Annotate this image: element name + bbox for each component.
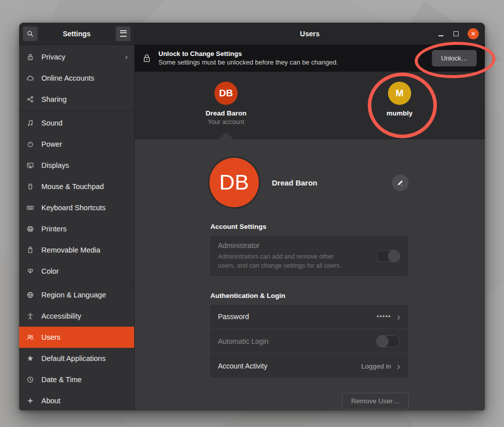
- selected-user-caret: [218, 132, 234, 139]
- users-icon: [26, 333, 34, 342]
- sidebar-separator: [19, 111, 134, 111]
- settings-window: Settings Privacy›Online AccountsSharingS…: [19, 23, 485, 410]
- sidebar-item-sound[interactable]: Sound: [19, 112, 134, 134]
- sidebar-item-label: Printers: [41, 225, 67, 233]
- keyboard-icon: [26, 204, 34, 212]
- app-title: Settings: [41, 30, 113, 38]
- sidebar-item-keyboard-shortcuts[interactable]: Keyboard Shortcuts: [19, 197, 134, 218]
- sidebar-item-label: Users: [41, 333, 61, 341]
- avatar-initials: DB: [219, 170, 249, 195]
- display-icon: [26, 161, 34, 170]
- row-title: Automatic Login: [218, 337, 376, 345]
- minimize-button[interactable]: [437, 30, 444, 37]
- sidebar-item-label: Online Accounts: [41, 74, 94, 82]
- profile-name: Dread Baron: [272, 178, 317, 187]
- row-description: Administrators can add and remove other …: [218, 253, 348, 270]
- row-password[interactable]: Password•••••›: [210, 304, 408, 329]
- sidebar-item-label: Sound: [41, 119, 63, 127]
- close-button[interactable]: ✕: [468, 28, 479, 39]
- chevron-right-icon: ›: [397, 361, 400, 371]
- sidebar-item-displays[interactable]: Displays: [19, 155, 134, 176]
- unlock-title: Unlock to Change Settings: [158, 50, 424, 57]
- minimize-icon: [438, 35, 443, 36]
- sidebar-item-printers[interactable]: Printers: [19, 218, 134, 239]
- user-chip-dread-baron[interactable]: DB Dread Baron Your account: [186, 82, 266, 126]
- sidebar-item-region-language[interactable]: Region & Language: [19, 284, 134, 306]
- unlock-banner: Unlock to Change Settings Some settings …: [135, 45, 485, 72]
- avatar-initials: DB: [219, 88, 233, 99]
- close-icon: ✕: [471, 30, 476, 37]
- settings-card: AdministratorAdministrators can add and …: [209, 235, 409, 277]
- sidebar-item-power[interactable]: Power: [19, 134, 134, 155]
- sidebar-header: Settings: [19, 23, 134, 45]
- profile-avatar[interactable]: DB: [209, 158, 259, 207]
- sidebar-item-about[interactable]: About: [19, 390, 134, 410]
- sidebar-item-label: Privacy: [41, 53, 66, 61]
- edit-name-button[interactable]: [392, 174, 409, 191]
- star-icon: [26, 354, 34, 363]
- toggle-knob: [388, 250, 400, 262]
- sidebar-item-default-applications[interactable]: Default Applications: [19, 348, 134, 369]
- power-icon: [26, 140, 34, 149]
- remove-user-button[interactable]: Remove User…: [342, 393, 409, 409]
- sidebar-item-online-accounts[interactable]: Online Accounts: [19, 68, 134, 89]
- row-controls: Logged in›: [361, 362, 400, 371]
- sidebar-item-label: Date & Time: [41, 376, 82, 384]
- primary-menu-button[interactable]: [116, 26, 131, 41]
- avatar: M: [388, 82, 411, 105]
- sidebar-item-label: Accessibility: [41, 312, 81, 320]
- sidebar-list: Privacy›Online AccountsSharingSoundPower…: [19, 45, 134, 410]
- sidebar-item-label: Color: [41, 267, 59, 275]
- row-value: Logged in: [361, 362, 391, 370]
- row-value: •••••: [377, 313, 391, 320]
- share-icon: [26, 95, 34, 104]
- sidebar-separator: [19, 283, 134, 283]
- section-heading: Authentication & Login: [210, 292, 409, 299]
- lock-icon: [26, 53, 34, 62]
- unlock-subtitle: Some settings must be unlocked before th…: [158, 58, 424, 66]
- pencil-icon: [397, 179, 404, 187]
- sidebar-item-sharing[interactable]: Sharing: [19, 89, 134, 110]
- accessibility-icon: [26, 312, 34, 321]
- main-panel: Users ✕ Unlock to Change Settings Some s…: [135, 23, 485, 410]
- headerbar: Users ✕: [135, 23, 485, 45]
- sidebar-item-label: Power: [41, 140, 62, 148]
- automatic-login-toggle: [376, 335, 400, 347]
- color-icon: [26, 267, 34, 276]
- toggle-knob: [376, 335, 388, 347]
- maximize-button[interactable]: [454, 31, 459, 36]
- unlock-button[interactable]: Unlock…: [432, 50, 477, 67]
- row-account-activity[interactable]: Account ActivityLogged in›: [210, 353, 408, 378]
- sidebar-item-label: Region & Language: [41, 291, 106, 299]
- sidebar-item-privacy[interactable]: Privacy›: [19, 46, 134, 68]
- sidebar-item-accessibility[interactable]: Accessibility: [19, 306, 134, 327]
- user-name: Dread Baron: [205, 109, 246, 117]
- padlock-icon: [143, 53, 151, 63]
- user-name: mumbly: [386, 109, 413, 117]
- unlock-text: Unlock to Change Settings Some settings …: [158, 50, 424, 66]
- sidebar-item-users[interactable]: Users: [19, 327, 134, 348]
- sidebar: Settings Privacy›Online AccountsSharingS…: [19, 23, 135, 410]
- user-chip-mumbly[interactable]: M mumbly: [359, 82, 440, 117]
- sidebar-item-label: Sharing: [41, 95, 67, 103]
- clock-icon: [26, 376, 34, 384]
- row-title: Administrator: [218, 241, 376, 250]
- cloud-icon: [26, 74, 34, 83]
- hamburger-icon: [120, 30, 127, 37]
- profile-row: DB Dread Baron: [209, 157, 409, 208]
- printer-icon: [26, 225, 34, 233]
- settings-sections: Account SettingsAdministratorAdministrat…: [209, 208, 409, 379]
- sidebar-item-removable-media[interactable]: Removable Media: [19, 239, 134, 261]
- sidebar-item-mouse-touchpad[interactable]: Mouse & Touchpad: [19, 176, 134, 197]
- sidebar-item-date-time[interactable]: Date & Time: [19, 369, 134, 390]
- chevron-right-icon: ›: [125, 53, 128, 61]
- sparkle-icon: [26, 397, 34, 405]
- search-button[interactable]: [23, 26, 38, 41]
- sidebar-item-color[interactable]: Color: [19, 261, 134, 282]
- avatar-initials: M: [396, 88, 404, 99]
- sidebar-item-label: Default Applications: [41, 354, 105, 362]
- sidebar-item-label: Displays: [41, 161, 69, 169]
- removable-media-icon: [26, 246, 34, 255]
- sidebar-item-label: About: [41, 397, 61, 405]
- sidebar-item-label: Keyboard Shortcuts: [41, 204, 105, 212]
